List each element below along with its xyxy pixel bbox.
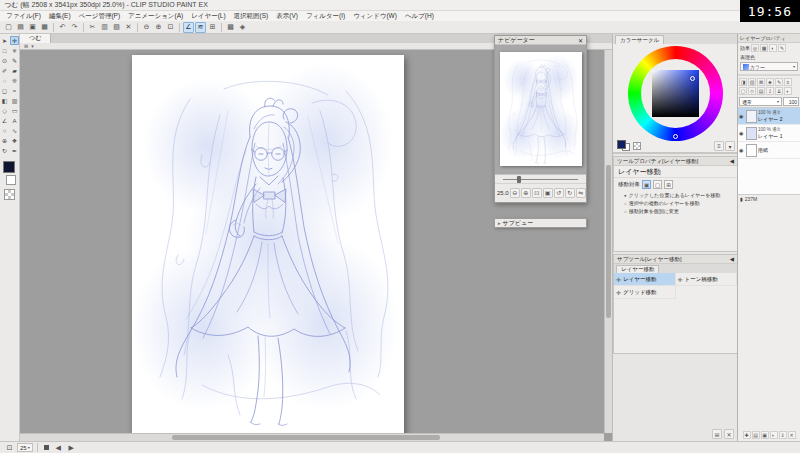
- hue-cursor[interactable]: [673, 134, 678, 139]
- nav-zoom-out-icon[interactable]: ⊖: [510, 188, 520, 198]
- snap-ruler-icon[interactable]: ∠: [183, 22, 194, 33]
- blend-tool[interactable]: ≈: [10, 86, 19, 95]
- ruler-tool[interactable]: ∠: [0, 116, 9, 125]
- menu-item-2[interactable]: ページ管理(P): [75, 12, 124, 21]
- background-color-swatch[interactable]: [6, 175, 16, 185]
- move-target-option-1[interactable]: ○選択中の複数のレイヤーを移動: [614, 199, 737, 207]
- footer-mask-icon[interactable]: ◐: [770, 431, 778, 439]
- lock-layer-icon[interactable]: ⊠: [757, 78, 765, 86]
- visibility-eye-icon[interactable]: ◉: [739, 130, 745, 136]
- grid-icon[interactable]: ▩: [225, 22, 236, 33]
- sv-cursor[interactable]: [690, 76, 695, 81]
- menu-item-9[interactable]: ヘルプ(H): [401, 12, 438, 21]
- color-settings-icon[interactable]: ▾: [725, 141, 735, 151]
- close-icon[interactable]: ✕: [578, 37, 583, 44]
- copy-icon[interactable]: ▥: [99, 22, 110, 33]
- subview-panel[interactable]: ▸ サブビュー: [494, 218, 587, 228]
- new-icon[interactable]: ▢: [3, 22, 14, 33]
- canvas-vertical-scrollbar[interactable]: [604, 50, 612, 433]
- canvas-horizontal-scrollbar[interactable]: [20, 433, 604, 441]
- nav-actual-size-icon[interactable]: ▣: [543, 188, 553, 198]
- undo-icon[interactable]: ↶: [57, 22, 68, 33]
- frame-border-tool[interactable]: ▭: [10, 106, 19, 115]
- new-raster-layer-icon[interactable]: ▢: [739, 87, 747, 95]
- document-tab[interactable]: つむ: [20, 34, 51, 43]
- new-folder-icon[interactable]: ▤: [757, 87, 765, 95]
- navigator-zoom-slider[interactable]: [495, 175, 586, 184]
- layer-row[interactable]: ◉100 % 通常レイヤー 2: [738, 108, 800, 125]
- foreground-color-swatch[interactable]: [3, 161, 15, 173]
- footer-delete-icon[interactable]: ✕: [788, 431, 796, 439]
- delete-subtool-icon[interactable]: ✕: [724, 429, 734, 439]
- transparent-color-swatch[interactable]: [4, 189, 15, 200]
- sub-tool-header[interactable]: サブツール[レイヤー移動] ◀: [614, 255, 737, 264]
- move-target-all-layers-icon[interactable]: ⊞: [664, 180, 673, 189]
- merge-down-icon[interactable]: ⇊: [775, 87, 783, 95]
- blend-mode-dropdown[interactable]: 通常 ▾: [739, 97, 782, 106]
- pen-tool[interactable]: ✎: [10, 56, 19, 65]
- redo-icon[interactable]: ↷: [69, 22, 80, 33]
- visibility-eye-icon[interactable]: ◉: [739, 113, 745, 119]
- reference-layer-icon[interactable]: ◈: [766, 78, 774, 86]
- move-target-selected-layers-icon[interactable]: ▢: [653, 180, 662, 189]
- navigator-header[interactable]: ナビゲーター ✕: [495, 36, 586, 45]
- clip-layer-icon[interactable]: ◨: [739, 78, 747, 86]
- delete-icon[interactable]: ✕: [123, 22, 134, 33]
- nav-flip-icon[interactable]: ⇋: [576, 188, 586, 198]
- gradient-tool[interactable]: ▥: [10, 96, 19, 105]
- material-icon[interactable]: ◈: [237, 22, 248, 33]
- subtool-grid-move[interactable]: ✛グリッド移動: [614, 286, 676, 299]
- operation-tool[interactable]: ➤: [0, 36, 9, 45]
- menu-item-5[interactable]: 選択範囲(S): [230, 12, 273, 21]
- open-icon[interactable]: ▤: [15, 22, 26, 33]
- menu-item-7[interactable]: フィルター(I): [302, 12, 349, 21]
- layer-mask-icon[interactable]: ◐: [784, 87, 792, 95]
- expand-icon[interactable]: ▸: [498, 220, 501, 226]
- layer-row[interactable]: ◉100 % 通常レイヤー 1: [738, 125, 800, 142]
- fit-screen-icon[interactable]: ⊡: [165, 22, 176, 33]
- subtool-tone-move[interactable]: ✛トーン柄移動: [676, 273, 738, 286]
- decoration-tool[interactable]: ❊: [10, 76, 19, 85]
- auto-select-tool[interactable]: ✳: [10, 46, 19, 55]
- canvas-page[interactable]: [132, 55, 404, 434]
- selection-tool[interactable]: □: [0, 46, 9, 55]
- strip-dropdown-icon[interactable]: ▾: [31, 43, 34, 49]
- text-tool[interactable]: A: [10, 116, 19, 125]
- menu-item-1[interactable]: 編集(E): [45, 12, 75, 21]
- footer-new-layer-icon[interactable]: ✚: [743, 431, 751, 439]
- brush-tool[interactable]: ▰: [10, 66, 19, 75]
- menu-item-3[interactable]: アニメーション(A): [124, 12, 187, 21]
- border-effect-icon[interactable]: ◎: [751, 44, 759, 52]
- fill-tool[interactable]: ◧: [0, 96, 9, 105]
- footer-new-folder-icon[interactable]: ▤: [752, 431, 760, 439]
- move-view-tool[interactable]: ❖: [10, 136, 19, 145]
- status-zoom-dropdown[interactable]: 25 ▾: [17, 443, 33, 452]
- eyedropper-tool[interactable]: ⊙: [0, 56, 9, 65]
- menu-item-0[interactable]: ファイル(F): [2, 12, 45, 21]
- layer-move-tool[interactable]: ✛: [10, 36, 19, 45]
- snap-special-ruler-icon[interactable]: ≋: [195, 22, 206, 33]
- sub-tool-group-tab[interactable]: レイヤー移動: [616, 265, 659, 273]
- zoom-tool[interactable]: ⊕: [0, 136, 9, 145]
- expression-color-dropdown[interactable]: カラー ▾: [740, 62, 798, 71]
- layer-row[interactable]: ◉用紙: [738, 142, 800, 159]
- snap-grid-icon[interactable]: ⊞: [207, 22, 218, 33]
- transfer-down-icon[interactable]: ⇩: [766, 87, 774, 95]
- draft-layer-icon[interactable]: ✎: [775, 78, 783, 86]
- footer-apply-mask-icon[interactable]: ⇓: [779, 431, 787, 439]
- slider-knob[interactable]: [517, 176, 521, 183]
- status-fit-icon[interactable]: ⊡: [4, 442, 15, 453]
- tone-effect-icon[interactable]: ▩: [760, 44, 768, 52]
- view-mode-icon[interactable]: ⊞: [24, 43, 28, 49]
- vertical-scroll-thumb[interactable]: [606, 165, 611, 318]
- eraser-tool[interactable]: ◻: [0, 86, 9, 95]
- balloon-tool[interactable]: ○: [0, 126, 9, 135]
- extract-line-effect-icon[interactable]: ✎: [778, 44, 786, 52]
- lock-pixel-icon[interactable]: ▧: [748, 78, 756, 86]
- navigator-preview[interactable]: [495, 45, 586, 175]
- menu-item-8[interactable]: ウィンドウ(W): [349, 12, 401, 21]
- line-correction-tool[interactable]: ∿: [10, 126, 19, 135]
- move-target-option-0[interactable]: ●クリックした位置にあるレイヤーを移動: [614, 191, 737, 199]
- collapse-icon[interactable]: ◀: [730, 256, 734, 262]
- next-page-icon[interactable]: ▶: [66, 442, 77, 453]
